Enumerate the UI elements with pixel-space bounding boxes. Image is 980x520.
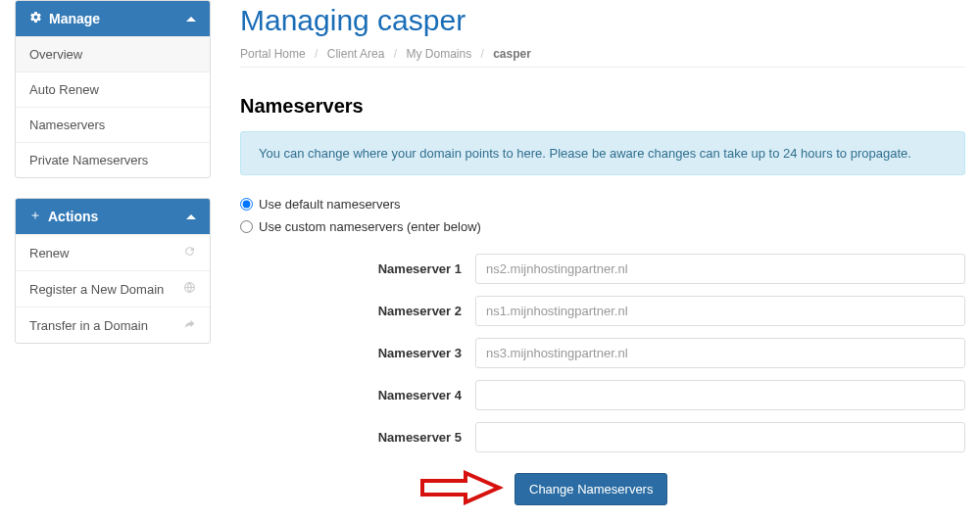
sidebar-item-label: Nameservers — [29, 118, 105, 132]
radio-custom-nameservers[interactable]: Use custom nameservers (enter below) — [240, 219, 965, 234]
sidebar-item-label: Transfer in a Domain — [29, 318, 148, 333]
actions-list: Renew Register a New Domain Transfer in … — [16, 234, 210, 343]
radio-default-nameservers[interactable]: Use default nameservers — [240, 197, 965, 212]
info-alert: You can change where your domain points … — [240, 131, 965, 175]
manage-panel-title: Manage — [49, 11, 100, 26]
form-row-ns4: Nameserver 4 — [240, 380, 965, 410]
ns5-input[interactable] — [475, 422, 965, 452]
sidebar-item-overview[interactable]: Overview — [16, 36, 210, 71]
form-row-ns1: Nameserver 1 — [240, 254, 965, 284]
ns5-label: Nameserver 5 — [240, 430, 475, 445]
sidebar-item-auto-renew[interactable]: Auto Renew — [16, 71, 210, 107]
ns1-label: Nameserver 1 — [240, 261, 475, 276]
share-icon — [183, 317, 196, 333]
manage-panel-header[interactable]: Manage — [16, 1, 210, 36]
actions-panel-title: Actions — [48, 209, 98, 224]
breadcrumb-domains[interactable]: My Domains — [406, 47, 471, 61]
chevron-up-icon — [186, 17, 196, 22]
breadcrumb-current: casper — [493, 47, 531, 61]
radio-default-label: Use default nameservers — [259, 197, 401, 212]
breadcrumb-separator: / — [394, 47, 397, 61]
form-row-ns5: Nameserver 5 — [240, 422, 965, 452]
nameserver-radio-group: Use default nameservers Use custom names… — [240, 197, 965, 234]
radio-default-input[interactable] — [240, 198, 253, 211]
ns3-label: Nameserver 3 — [240, 346, 475, 360]
ns4-input[interactable] — [475, 380, 965, 410]
ns2-label: Nameserver 2 — [240, 304, 475, 318]
form-row-ns2: Nameserver 2 — [240, 296, 965, 326]
ns3-input[interactable] — [475, 338, 965, 368]
ns2-input[interactable] — [475, 296, 965, 326]
breadcrumb-client[interactable]: Client Area — [327, 47, 385, 61]
sidebar-item-register-domain[interactable]: Register a New Domain — [16, 270, 210, 307]
breadcrumb-home[interactable]: Portal Home — [240, 47, 306, 61]
radio-custom-input[interactable] — [240, 220, 253, 233]
sidebar-item-label: Register a New Domain — [29, 282, 164, 297]
sidebar-item-label: Private Nameservers — [29, 153, 148, 167]
submit-row: Change Nameservers — [240, 470, 965, 508]
change-nameservers-button[interactable]: Change Nameservers — [514, 473, 667, 505]
form-row-ns3: Nameserver 3 — [240, 338, 965, 368]
ns1-input[interactable] — [475, 254, 965, 284]
sidebar-item-label: Overview — [29, 47, 82, 62]
manage-list: Overview Auto Renew Nameservers Private … — [16, 36, 210, 177]
globe-icon — [183, 281, 196, 297]
gear-icon — [29, 11, 42, 26]
section-title: Nameservers — [240, 95, 965, 118]
sidebar-item-nameservers[interactable]: Nameservers — [16, 107, 210, 142]
sidebar-item-label: Auto Renew — [29, 82, 99, 97]
refresh-icon — [183, 245, 196, 260]
actions-panel-header[interactable]: Actions — [16, 199, 210, 234]
sidebar-item-private-nameservers[interactable]: Private Nameservers — [16, 142, 210, 177]
sidebar-item-renew[interactable]: Renew — [16, 234, 210, 270]
page-title: Managing casper — [240, 4, 965, 37]
arrow-annotation-icon — [416, 470, 505, 508]
chevron-up-icon — [186, 214, 196, 219]
plus-icon — [29, 209, 41, 224]
breadcrumb: Portal Home / Client Area / My Domains /… — [240, 43, 965, 68]
breadcrumb-separator: / — [481, 47, 484, 61]
sidebar-item-label: Renew — [29, 246, 69, 260]
breadcrumb-separator: / — [315, 47, 318, 61]
sidebar-item-transfer-domain[interactable]: Transfer in a Domain — [16, 307, 210, 343]
actions-panel: Actions Renew Register a New Domain — [15, 198, 211, 344]
ns4-label: Nameserver 4 — [240, 388, 475, 402]
radio-custom-label: Use custom nameservers (enter below) — [259, 219, 481, 234]
manage-panel: Manage Overview Auto Renew Nameservers P… — [15, 0, 211, 178]
